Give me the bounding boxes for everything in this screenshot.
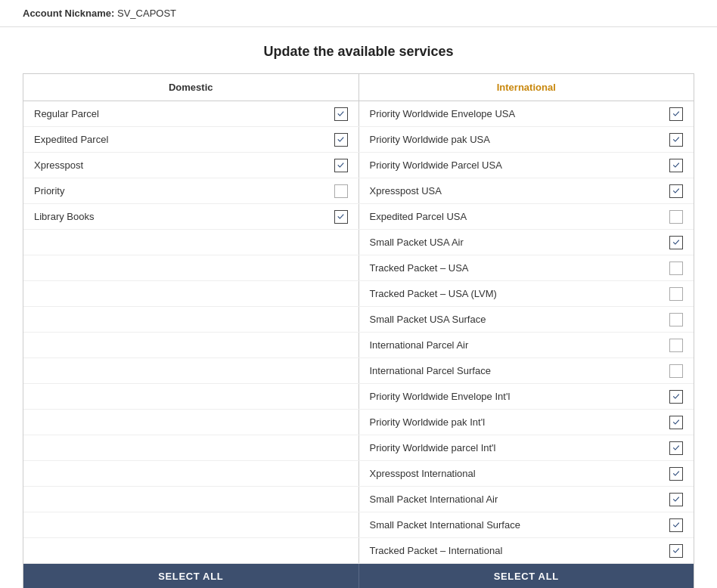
table-row: International Parcel Surface xyxy=(23,358,694,384)
international-service-label: International Parcel Surface xyxy=(370,365,670,376)
international-service-checkbox[interactable] xyxy=(669,159,683,172)
international-service-label: Small Packet USA Surface xyxy=(370,314,670,325)
table-row: Small Packet USA Air xyxy=(23,230,694,255)
international-service-label: Priority Worldwide Parcel USA xyxy=(370,159,670,171)
international-service-checkbox[interactable] xyxy=(669,107,683,121)
international-service-checkbox[interactable] xyxy=(669,416,683,429)
international-service-label: Xpresspost International xyxy=(370,468,670,479)
international-service-label: Small Packet International Surface xyxy=(370,519,670,531)
international-service-checkbox[interactable] xyxy=(669,544,683,558)
table-row: Tracked Packet – International xyxy=(23,538,694,564)
international-service-label: Xpresspost USA xyxy=(370,185,670,197)
international-service-label: Priority Worldwide parcel Int'l xyxy=(370,442,670,453)
international-service-label: International Parcel Air xyxy=(370,339,670,351)
domestic-service-checkbox[interactable] xyxy=(334,133,348,147)
international-service-checkbox[interactable] xyxy=(669,467,683,481)
domestic-service-label: Xpresspost xyxy=(34,159,334,171)
international-column-header: International xyxy=(358,74,694,101)
international-service-checkbox[interactable] xyxy=(669,493,683,506)
services-table-wrapper: Domestic International Regular ParcelPri… xyxy=(23,73,694,588)
table-row: Priority Worldwide pak Int'l xyxy=(23,410,694,435)
international-service-label: Expedited Parcel USA xyxy=(370,211,670,222)
international-service-checkbox[interactable] xyxy=(669,441,683,455)
international-service-label: Priority Worldwide pak Int'l xyxy=(370,416,670,428)
international-service-checkbox[interactable] xyxy=(669,210,683,224)
international-service-checkbox[interactable] xyxy=(669,313,683,326)
domestic-service-checkbox[interactable] xyxy=(334,210,348,224)
international-service-checkbox[interactable] xyxy=(669,287,683,301)
page-title: Update the available services xyxy=(0,27,717,73)
international-service-checkbox[interactable] xyxy=(669,390,683,404)
international-service-checkbox[interactable] xyxy=(669,184,683,198)
domestic-service-label: Expedited Parcel xyxy=(34,134,334,145)
account-nickname-label: Account Nickname: xyxy=(23,8,114,19)
table-row: Tracked Packet – USA xyxy=(23,255,694,281)
table-row: Library BooksExpedited Parcel USA xyxy=(23,204,694,230)
table-row: Xpresspost International xyxy=(23,461,694,487)
table-row: Priority Worldwide Envelope Int'l xyxy=(23,384,694,410)
domestic-select-all-button[interactable]: SELECT ALL xyxy=(23,564,358,589)
table-row: Small Packet USA Surface xyxy=(23,307,694,333)
domestic-service-label: Regular Parcel xyxy=(34,108,334,119)
table-row: XpresspostPriority Worldwide Parcel USA xyxy=(23,153,694,178)
domestic-service-checkbox[interactable] xyxy=(334,184,348,198)
table-row: Small Packet International Surface xyxy=(23,512,694,538)
select-all-row[interactable]: SELECT ALLSELECT ALL xyxy=(23,564,694,589)
table-row: Small Packet International Air xyxy=(23,487,694,512)
international-service-label: Tracked Packet – USA xyxy=(370,262,670,274)
account-row: Account Nickname: SV_CAPOST xyxy=(0,0,717,27)
international-service-checkbox[interactable] xyxy=(669,262,683,275)
domestic-service-label: Priority xyxy=(34,185,334,197)
international-service-label: Priority Worldwide Envelope USA xyxy=(370,108,670,119)
international-service-label: Small Packet International Air xyxy=(370,494,670,505)
table-row: Priority Worldwide parcel Int'l xyxy=(23,435,694,461)
international-select-all-button[interactable]: SELECT ALL xyxy=(358,564,694,589)
international-service-label: Tracked Packet – International xyxy=(370,545,670,556)
international-service-label: Tracked Packet – USA (LVM) xyxy=(370,288,670,299)
international-service-checkbox[interactable] xyxy=(669,339,683,352)
international-service-label: Priority Worldwide Envelope Int'l xyxy=(370,391,670,402)
international-service-checkbox[interactable] xyxy=(669,133,683,147)
services-table: Domestic International Regular ParcelPri… xyxy=(23,74,694,588)
table-row: Expedited ParcelPriority Worldwide pak U… xyxy=(23,127,694,153)
account-nickname-value: SV_CAPOST xyxy=(117,8,176,19)
international-service-checkbox[interactable] xyxy=(669,236,683,249)
table-row: Regular ParcelPriority Worldwide Envelop… xyxy=(23,101,694,127)
international-service-checkbox[interactable] xyxy=(669,518,683,532)
table-row: PriorityXpresspost USA xyxy=(23,178,694,204)
table-row: International Parcel Air xyxy=(23,333,694,358)
international-service-label: Priority Worldwide pak USA xyxy=(370,134,670,145)
domestic-service-checkbox[interactable] xyxy=(334,107,348,121)
international-service-checkbox[interactable] xyxy=(669,364,683,378)
page-container: Account Nickname: SV_CAPOST Update the a… xyxy=(0,0,717,588)
domestic-column-header: Domestic xyxy=(23,74,358,101)
domestic-service-label: Library Books xyxy=(34,211,334,222)
international-service-label: Small Packet USA Air xyxy=(370,237,670,248)
table-row: Tracked Packet – USA (LVM) xyxy=(23,281,694,307)
domestic-service-checkbox[interactable] xyxy=(334,159,348,172)
